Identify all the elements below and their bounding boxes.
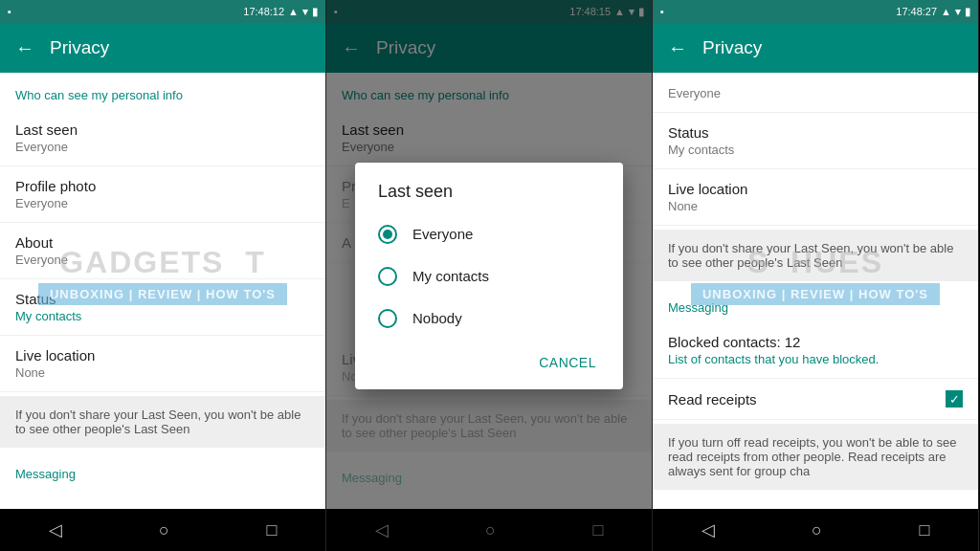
radio-everyone[interactable] (378, 225, 397, 244)
last-seen-item-1[interactable]: Last seen Everyone (0, 110, 325, 166)
battery-icon-3: ▮ (965, 6, 970, 18)
messaging-header-1: Messaging (0, 452, 325, 489)
back-button-1[interactable]: ← (15, 37, 34, 59)
info-box-3: If you don't share your Last Seen, you w… (653, 230, 978, 281)
modal-option-mycontacts[interactable]: My contacts (355, 255, 623, 298)
phone-panel-3: ▪ 17:48:27 ▲ ▾ ▮ ← Privacy Everyone Stat… (653, 0, 979, 551)
signal-icon-3: ▲ (941, 6, 951, 17)
modal-option-everyone[interactable]: Everyone (355, 213, 623, 255)
page-title-3: Privacy (702, 37, 762, 58)
status-left-icons-3: ▪ (660, 6, 664, 17)
blocked-contacts-sub: List of contacts that you have blocked. (668, 352, 963, 366)
status-label-3: Status (668, 124, 963, 141)
radio-inner-everyone (383, 230, 392, 239)
status-bar-1: ▪ 17:48:12 ▲ ▾ ▮ (0, 0, 325, 23)
section-header-1: Who can see my personal info (0, 73, 325, 110)
content-1: Who can see my personal info Last seen E… (0, 73, 325, 509)
radio-nobody[interactable] (378, 309, 397, 328)
option-everyone-label: Everyone (412, 226, 473, 242)
status-bar-3: ▪ 17:48:27 ▲ ▾ ▮ (653, 0, 978, 23)
about-item-1[interactable]: About Everyone (0, 223, 325, 279)
live-location-value-1: None (15, 365, 310, 380)
read-receipts-info: If you turn off read receipts, you won't… (653, 424, 978, 490)
recents-nav-1[interactable]: □ (266, 520, 277, 540)
status-value-3: My contacts (668, 143, 963, 157)
status-item-3[interactable]: Status My contacts (653, 113, 978, 169)
status-time-3: 17:48:27 (896, 6, 937, 17)
signal-icon: ▲ (288, 6, 299, 17)
about-value-1: Everyone (15, 253, 310, 267)
back-button-3[interactable]: ← (668, 37, 687, 59)
modal-title: Last seen (355, 163, 623, 213)
phone-panel-1: ▪ 17:48:12 ▲ ▾ ▮ ← Privacy Who can see m… (0, 0, 326, 551)
messaging-header-3: Messaging (653, 285, 978, 322)
read-receipts-item[interactable]: Read receipts ✓ (653, 379, 978, 420)
app-bar-1: ← Privacy (0, 23, 325, 73)
status-time-1: 17:48:12 (243, 6, 284, 17)
blocked-contacts-label: Blocked contacts: 12 (668, 334, 963, 350)
everyone-value: Everyone (668, 86, 963, 100)
back-nav-1[interactable]: ◁ (49, 519, 62, 540)
read-receipts-checkbox[interactable]: ✓ (946, 390, 963, 408)
live-location-item-3[interactable]: Live location None (653, 169, 978, 226)
page-title-1: Privacy (50, 37, 109, 58)
bottom-nav-3: ◁ ○ □ (653, 509, 978, 551)
live-location-value-3: None (668, 199, 963, 213)
last-seen-value-1: Everyone (15, 140, 310, 154)
profile-photo-label-1: Profile photo (15, 178, 310, 194)
status-item-1[interactable]: Status My contacts (0, 279, 325, 336)
status-value-1: My contacts (15, 309, 310, 323)
wifi-icon: ▾ (302, 6, 308, 18)
home-nav-1[interactable]: ○ (159, 520, 169, 540)
about-label-1: About (15, 234, 310, 251)
info-box-1: If you don't share your Last Seen, you w… (0, 396, 325, 448)
profile-photo-item-1[interactable]: Profile photo Everyone (0, 166, 325, 223)
modal-actions: CANCEL (355, 340, 623, 389)
battery-icon: ▮ (312, 6, 318, 18)
live-location-item-1[interactable]: Live location None (0, 336, 325, 392)
everyone-item: Everyone (653, 73, 978, 113)
radio-mycontacts[interactable] (378, 267, 397, 286)
modal-option-nobody[interactable]: Nobody (355, 298, 623, 340)
phone-panel-2: ▪ 17:48:15 ▲ ▾ ▮ ← Privacy Who can see m… (326, 0, 653, 551)
option-nobody-label: Nobody (412, 310, 462, 326)
back-nav-3[interactable]: ◁ (702, 519, 715, 540)
cancel-button[interactable]: CANCEL (527, 347, 608, 378)
home-nav-3[interactable]: ○ (812, 520, 822, 540)
option-mycontacts-label: My contacts (412, 268, 489, 284)
status-label-1: Status (15, 291, 310, 307)
notification-icon-3: ▪ (660, 6, 664, 17)
wifi-icon-3: ▾ (955, 6, 961, 18)
profile-photo-value-1: Everyone (15, 196, 310, 210)
modal-overlay: Last seen Everyone My contacts Nobody CA… (326, 0, 652, 551)
live-location-label-1: Live location (15, 347, 310, 364)
app-bar-3: ← Privacy (653, 23, 978, 73)
status-right-icons-3: 17:48:27 ▲ ▾ ▮ (896, 6, 970, 18)
blocked-contacts-item[interactable]: Blocked contacts: 12 List of contacts th… (653, 322, 978, 379)
modal-dialog: Last seen Everyone My contacts Nobody CA… (355, 163, 623, 389)
bottom-nav-1: ◁ ○ □ (0, 509, 325, 551)
last-seen-label-1: Last seen (15, 121, 310, 138)
content-3: Everyone Status My contacts Live locatio… (653, 73, 978, 509)
notification-icon: ▪ (8, 6, 11, 17)
recents-nav-3[interactable]: □ (919, 520, 929, 540)
read-receipts-label: Read receipts (668, 391, 757, 408)
status-right-icons: 17:48:12 ▲ ▾ ▮ (243, 6, 318, 18)
status-left-icons: ▪ (8, 6, 11, 17)
live-location-label-3: Live location (668, 181, 963, 197)
